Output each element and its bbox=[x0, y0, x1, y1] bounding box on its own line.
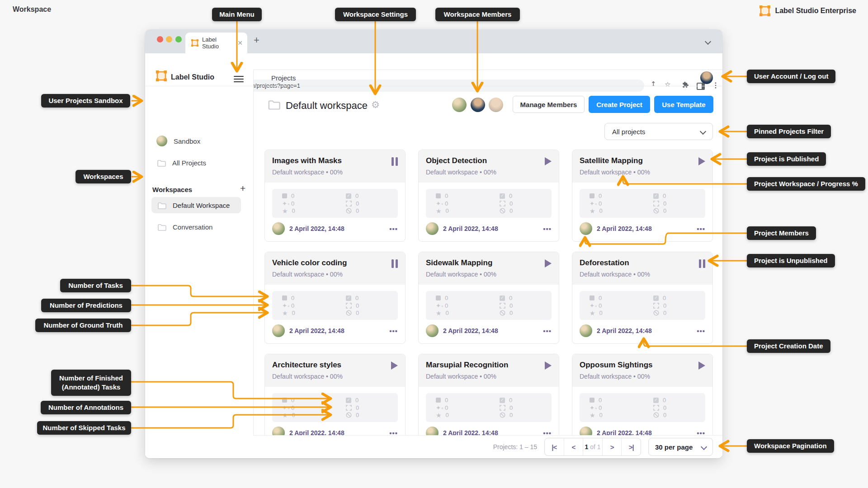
callout-workspace-pagination: Workspace Pagination bbox=[747, 439, 834, 453]
stat-predictions: ✦+0 bbox=[282, 404, 346, 411]
tasks-icon bbox=[590, 193, 594, 198]
project-card[interactable]: Deforestation Default workspace • 00% 0 … bbox=[572, 252, 713, 344]
share-icon[interactable]: ↥ bbox=[651, 80, 656, 88]
callout-project-is-published: Project is Published bbox=[747, 152, 826, 166]
tasks-icon bbox=[590, 398, 594, 403]
main-menu-hamburger-icon[interactable] bbox=[234, 74, 244, 84]
stat-ground-truth: ★0 bbox=[436, 412, 500, 418]
new-tab-button[interactable]: + bbox=[254, 34, 259, 46]
project-card-header: Opposum Sightings Default workspace • 00… bbox=[572, 354, 712, 387]
project-creation-date: 2 April 2022, 14:48 bbox=[597, 429, 652, 435]
sidebar-item-sandbox[interactable]: Sandbox bbox=[156, 136, 200, 146]
annotations-count: 0 bbox=[356, 200, 359, 207]
project-stats: 0 ✦+0 ★0 0 0 0 bbox=[426, 393, 552, 422]
last-page-button[interactable]: >| bbox=[622, 438, 641, 455]
sidebar-item-default-workspace[interactable]: Default Workspace bbox=[151, 197, 241, 213]
use-template-button[interactable]: Use Template bbox=[654, 96, 713, 113]
member-avatar[interactable] bbox=[471, 98, 485, 112]
project-card[interactable]: Marsupial Recognition Default workspace … bbox=[418, 354, 559, 435]
browser-menu-kebab-icon[interactable]: ⋮ bbox=[712, 81, 719, 89]
project-menu-kebab-icon[interactable]: ••• bbox=[543, 327, 552, 335]
tasks-icon bbox=[436, 398, 441, 403]
tab-close-icon[interactable]: ✕ bbox=[237, 39, 243, 47]
project-card[interactable]: Vehicle color coding Default workspace •… bbox=[264, 252, 406, 344]
side-panel-icon[interactable] bbox=[697, 83, 705, 90]
stat-tasks: 0 bbox=[436, 192, 500, 199]
project-workspace-progress: Default workspace • 00% bbox=[426, 169, 552, 176]
project-card[interactable]: Opposum Sightings Default workspace • 00… bbox=[572, 354, 713, 435]
stat-ground-truth: ★0 bbox=[282, 207, 346, 214]
first-page-button[interactable]: |< bbox=[545, 438, 564, 455]
tab-list-chevron-icon[interactable] bbox=[706, 38, 710, 46]
project-menu-kebab-icon[interactable]: ••• bbox=[697, 225, 705, 233]
ground-truth-star-icon: ★ bbox=[590, 310, 595, 316]
topbar-divider bbox=[253, 86, 722, 86]
skipped-icon bbox=[346, 412, 352, 418]
annotations-icon bbox=[500, 303, 505, 309]
user-account-avatar[interactable] bbox=[700, 71, 713, 84]
sidebar-item-conversation[interactable]: Conversation bbox=[157, 223, 212, 231]
project-card-header: Architecture styles Default workspace • … bbox=[265, 354, 405, 387]
project-card[interactable]: Satellite Mapping Default workspace • 00… bbox=[572, 150, 713, 242]
skipped-count: 0 bbox=[509, 207, 513, 214]
page-size-select[interactable]: 30 per page bbox=[648, 438, 713, 456]
window-close-button[interactable] bbox=[157, 36, 163, 42]
ground-truth-star-icon: ★ bbox=[282, 310, 288, 316]
add-workspace-plus-icon[interactable]: + bbox=[240, 183, 245, 194]
bookmark-star-icon[interactable]: ☆ bbox=[665, 80, 670, 89]
annotations-icon bbox=[500, 405, 505, 411]
tasks-icon bbox=[282, 398, 287, 403]
project-card[interactable]: Sidewalk Mapping Default workspace • 00%… bbox=[418, 252, 559, 344]
project-stats: 0 ✦+0 ★0 0 0 0 bbox=[580, 189, 705, 218]
folder-icon bbox=[157, 202, 166, 209]
stat-tasks: 0 bbox=[282, 295, 346, 301]
member-avatar[interactable] bbox=[489, 98, 503, 112]
create-project-button[interactable]: Create Project bbox=[589, 96, 650, 113]
ground-truth-star-icon: ★ bbox=[436, 310, 442, 316]
project-menu-kebab-icon[interactable]: ••• bbox=[389, 225, 398, 233]
workspace-settings-gear-icon[interactable]: ⚙ bbox=[371, 99, 380, 110]
project-card[interactable]: Architecture styles Default workspace • … bbox=[264, 354, 406, 435]
member-avatar[interactable] bbox=[452, 98, 467, 112]
stat-annotations: 0 bbox=[500, 200, 552, 207]
skipped-icon bbox=[346, 310, 352, 316]
skipped-count: 0 bbox=[509, 310, 513, 316]
project-creator-avatar bbox=[272, 222, 285, 235]
project-menu-kebab-icon[interactable]: ••• bbox=[389, 327, 398, 335]
project-menu-kebab-icon[interactable]: ••• bbox=[697, 327, 705, 335]
browser-tab[interactable]: Label Studio ✕ bbox=[185, 33, 247, 53]
tasks-count: 0 bbox=[445, 192, 448, 199]
play-icon bbox=[698, 157, 705, 166]
skipped-icon bbox=[653, 208, 659, 214]
manage-members-button[interactable]: Manage Members bbox=[513, 96, 585, 113]
next-page-button[interactable]: > bbox=[603, 438, 622, 455]
stat-tasks: 0 bbox=[436, 397, 500, 404]
project-workspace-progress: Default workspace • 00% bbox=[272, 271, 398, 278]
stat-tasks: 0 bbox=[590, 192, 653, 199]
stat-predictions: ✦+0 bbox=[590, 200, 653, 207]
annotated-screenshot: Workspace Label Studio Enterprise Label … bbox=[0, 0, 868, 488]
callout-number-of-predictions: Number of Predictions bbox=[41, 299, 131, 312]
project-card[interactable]: Images with Masks Default workspace • 00… bbox=[264, 150, 406, 242]
label-studio-logo-icon bbox=[760, 5, 770, 16]
project-card-footer: 2 April 2022, 14:48 ••• bbox=[426, 427, 552, 435]
project-menu-kebab-icon[interactable]: ••• bbox=[543, 429, 552, 436]
window-zoom-button[interactable] bbox=[175, 36, 182, 42]
project-menu-kebab-icon[interactable]: ••• bbox=[389, 429, 398, 436]
annotations-count: 0 bbox=[356, 404, 359, 411]
stat-skipped: 0 bbox=[346, 412, 398, 418]
project-menu-kebab-icon[interactable]: ••• bbox=[543, 225, 552, 233]
stat-annotations: 0 bbox=[346, 302, 398, 309]
projects-filter-select[interactable]: All projects bbox=[604, 123, 713, 140]
project-card[interactable]: Object Detection Default workspace • 00%… bbox=[418, 150, 559, 242]
ground-truth-count: 0 bbox=[446, 207, 449, 214]
sidebar-item-all-projects[interactable]: All Projects bbox=[157, 159, 206, 167]
prev-page-button[interactable]: < bbox=[564, 438, 584, 455]
project-menu-kebab-icon[interactable]: ••• bbox=[697, 429, 705, 436]
callout-workspace-members: Workspace Members bbox=[435, 8, 520, 21]
stat-ground-truth: ★0 bbox=[590, 310, 653, 316]
finished-check-icon bbox=[500, 193, 505, 199]
window-minimize-button[interactable] bbox=[166, 36, 172, 42]
project-stats: 0 ✦+0 ★0 0 0 0 bbox=[272, 291, 398, 320]
ground-truth-star-icon: ★ bbox=[590, 413, 595, 418]
